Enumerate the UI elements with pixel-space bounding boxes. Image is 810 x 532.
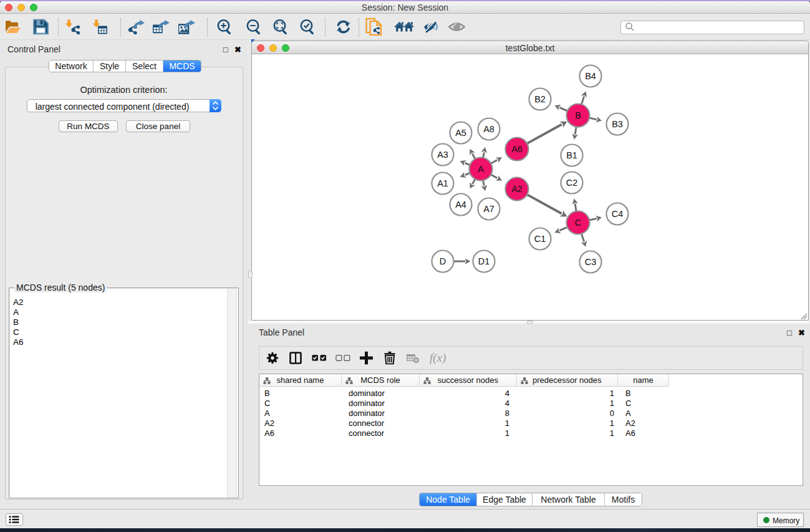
svg-text:A: A bbox=[478, 164, 484, 174]
svg-text:D1: D1 bbox=[478, 256, 490, 266]
svg-text:A4: A4 bbox=[455, 200, 466, 210]
svg-text:B3: B3 bbox=[612, 119, 623, 129]
svg-text:A3: A3 bbox=[437, 150, 448, 160]
svg-text:A8: A8 bbox=[483, 124, 494, 134]
svg-text:D: D bbox=[440, 256, 446, 266]
svg-text:C1: C1 bbox=[534, 234, 546, 244]
svg-text:A2: A2 bbox=[511, 184, 523, 194]
svg-text:A7: A7 bbox=[483, 204, 494, 214]
svg-text:B4: B4 bbox=[585, 71, 596, 81]
svg-text:C3: C3 bbox=[585, 257, 597, 267]
svg-text:A6: A6 bbox=[511, 144, 523, 154]
svg-text:B2: B2 bbox=[534, 94, 546, 104]
svg-text:A5: A5 bbox=[455, 128, 466, 138]
svg-text:C2: C2 bbox=[566, 178, 578, 188]
svg-text:C: C bbox=[575, 218, 581, 228]
svg-text:B1: B1 bbox=[566, 150, 577, 160]
svg-text:C4: C4 bbox=[612, 209, 624, 219]
svg-text:A1: A1 bbox=[437, 178, 448, 188]
svg-text:B: B bbox=[575, 110, 581, 120]
